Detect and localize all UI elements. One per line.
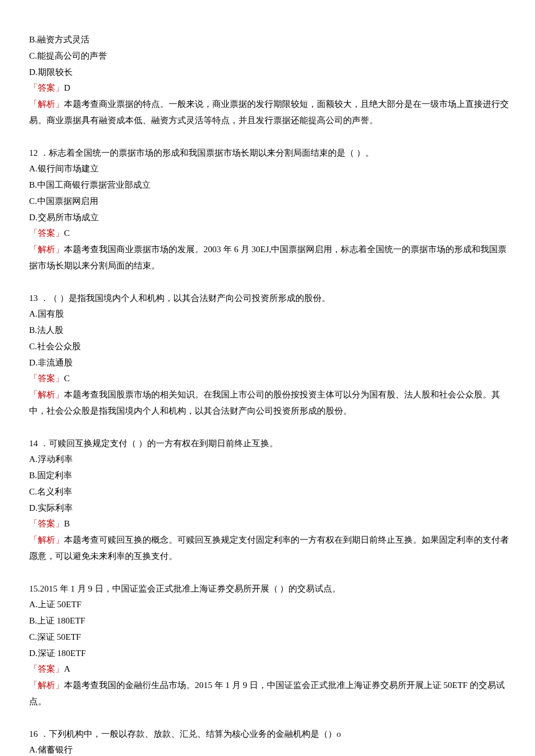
question-16: 16 ．下列机构中，一般以存款、放款、汇兑、结算为核心业务的金融机构是（）o A… [29, 726, 509, 757]
option-a: A.储蓄银行 [29, 742, 509, 756]
explain-text: 本题考查我国股票市场的相关知识。在我国上市公司的股份按投资主体可以分为国有股、法… [29, 390, 500, 415]
question-stem: 13 ．（ ）是指我国境内个人和机构，以其合法财产向公司投资所形成的股份。 [29, 291, 509, 307]
option-c: C.能提高公司的声誉 [29, 48, 509, 65]
option-d: D.非流通股 [29, 355, 509, 371]
answer-value: C [64, 374, 70, 383]
explain-text: 本题考查商业票据的特点。一般来说，商业票据的发行期限较短，面额较大，且绝大部分是… [29, 99, 509, 125]
answer-line: 「答案」C [29, 371, 509, 387]
answer-line: 「答案」B [29, 516, 509, 532]
question-14: 14 ．可赎回互换规定支付（ ）的一方有权在到期日前终止互换。 A.浮动利率 B… [29, 436, 509, 565]
option-d: D.深证 180ETF [29, 646, 509, 662]
option-c: C.名义利率 [29, 484, 509, 500]
option-b: B.法人股 [29, 323, 509, 339]
option-d: D.交易所市场成立 [29, 210, 509, 226]
option-a: A.国有股 [29, 306, 509, 323]
option-a: A.上证 50ETF [29, 597, 509, 613]
explain-label: 「解析」 [29, 245, 64, 254]
answer-line: 「答案」C [29, 225, 509, 242]
question-11-fragment: B.融资方式灵活 C.能提高公司的声誉 D.期限较长 「答案」D 「解析」本题考… [29, 32, 509, 129]
explain-label: 「解析」 [29, 535, 64, 544]
answer-line: 「答案」A [29, 661, 509, 678]
question-stem: 14 ．可赎回互换规定支付（ ）的一方有权在到期日前终止互换。 [29, 436, 509, 452]
answer-line: 「答案」D [29, 80, 509, 96]
answer-value: C [64, 228, 70, 238]
explain-line: 「解析」本题考查商业票据的特点。一般来说，商业票据的发行期限较短，面额较大，且绝… [29, 96, 509, 129]
explain-line: 「解析」本题考查我国的金融衍生品市场。2015 年 1 月 9 日，中国证监会正… [29, 678, 509, 710]
explain-text: 本题考查我国的金融衍生品市场。2015 年 1 月 9 日，中国证监会正式批准上… [29, 680, 505, 706]
option-c: C.社会公众股 [29, 339, 509, 355]
question-13: 13 ．（ ）是指我国境内个人和机构，以其合法财产向公司投资所形成的股份。 A.… [29, 291, 509, 420]
explain-label: 「解析」 [29, 99, 64, 109]
explain-text: 本题考查我国商业票据市场的发展。2003 年 6 月 30EJ,中国票据网启用，… [29, 245, 507, 270]
option-b: B.融资方式灵活 [29, 32, 509, 48]
question-stem: 15.2015 年 1 月 9 日，中国证监会正式批准上海证券交易所开展（ ）的… [29, 581, 509, 597]
question-stem: 16 ．下列机构中，一般以存款、放款、汇兑、结算为核心业务的金融机构是（）o [29, 726, 509, 743]
answer-label: 「答案」 [29, 664, 64, 673]
question-stem: 12 ．标志着全国统一的票据市场的形成和我国票据市场长期以来分割局面结束的是（ … [29, 145, 509, 162]
answer-value: A [64, 664, 70, 673]
option-d: D.实际利率 [29, 500, 509, 517]
option-b: B.上证 180ETF [29, 613, 509, 629]
explain-label: 「解析」 [29, 680, 64, 690]
option-a: A.银行间市场建立 [29, 161, 509, 177]
question-15: 15.2015 年 1 月 9 日，中国证监会正式批准上海证券交易所开展（ ）的… [29, 581, 509, 710]
question-12: 12 ．标志着全国统一的票据市场的形成和我国票据市场长期以来分割局面结束的是（ … [29, 145, 509, 274]
answer-label: 「答案」 [29, 228, 64, 238]
explain-line: 「解析」本题考查我国股票市场的相关知识。在我国上市公司的股份按投资主体可以分为国… [29, 387, 509, 420]
answer-value: B [64, 519, 70, 528]
option-c: C.深证 50ETF [29, 629, 509, 646]
option-a: A.浮动利率 [29, 452, 509, 468]
explain-line: 「解析」本题考查我国商业票据市场的发展。2003 年 6 月 30EJ,中国票据… [29, 242, 509, 274]
explain-text: 本题考查可赎回互换的概念。可赎回互换规定支付固定利率的一方有权在到期日前终止互换… [29, 535, 509, 561]
option-b: B.中国工商银行票据营业部成立 [29, 177, 509, 194]
answer-label: 「答案」 [29, 83, 64, 92]
explain-label: 「解析」 [29, 390, 64, 399]
option-c: C.中国票据网启用 [29, 194, 509, 210]
option-b: B.固定利率 [29, 468, 509, 484]
explain-line: 「解析」本题考查可赎回互换的概念。可赎回互换规定支付固定利率的一方有权在到期日前… [29, 532, 509, 565]
option-d: D.期限较长 [29, 65, 509, 81]
answer-value: D [64, 83, 70, 92]
answer-label: 「答案」 [29, 374, 64, 383]
answer-label: 「答案」 [29, 519, 64, 528]
